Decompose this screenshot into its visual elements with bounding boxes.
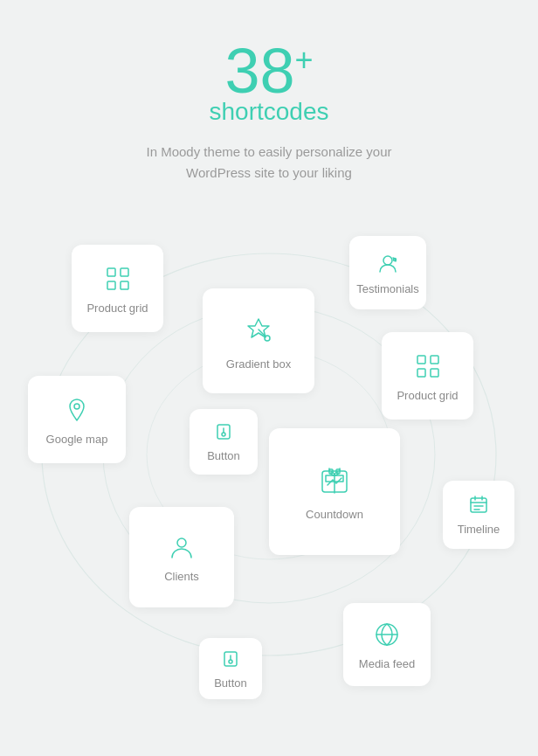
clients-label: Clients	[164, 570, 199, 583]
card-product-grid-2[interactable]: Product grid	[382, 332, 473, 420]
svg-rect-5	[107, 281, 115, 289]
gradient-box-label: Gradient box	[226, 357, 291, 371]
svg-rect-14	[431, 369, 438, 377]
hero-number: 38+	[0, 39, 538, 102]
gradient-box-icon	[239, 312, 278, 350]
svg-rect-6	[121, 281, 128, 289]
button-label-1: Button	[207, 449, 240, 462]
product-grid-icon-2	[412, 350, 444, 382]
card-media-feed[interactable]: Media feed	[343, 603, 431, 686]
product-grid-icon-1	[102, 263, 134, 295]
svg-rect-11	[417, 356, 425, 364]
countdown-label: Countdown	[306, 508, 363, 521]
product-grid-label-2: Product grid	[397, 389, 458, 402]
button-icon-1	[213, 421, 234, 442]
svg-point-9	[265, 336, 270, 341]
card-clients[interactable]: Clients	[129, 507, 234, 607]
hero-subtitle: shortcodes	[0, 98, 538, 126]
svg-rect-13	[417, 369, 425, 377]
button-label-2: Button	[214, 676, 247, 690]
card-product-grid-1[interactable]: Product grid	[72, 245, 163, 332]
svg-rect-3	[107, 268, 115, 276]
card-button-1[interactable]: Button	[190, 409, 258, 475]
media-feed-label: Media feed	[359, 657, 415, 670]
card-button-2[interactable]: Button	[199, 638, 262, 699]
button-icon-2	[220, 648, 241, 669]
svg-point-7	[383, 256, 392, 265]
timeline-icon	[468, 495, 489, 516]
hero-description: In Moody theme to easily personalize you…	[0, 142, 538, 184]
google-map-label: Google map	[46, 433, 108, 446]
hero-section: 38+ shortcodes In Moody theme to easily …	[0, 0, 538, 201]
product-grid-label-1: Product grid	[86, 302, 148, 315]
testimonials-icon	[376, 251, 400, 275]
svg-point-10	[74, 404, 79, 409]
countdown-icon	[315, 462, 354, 501]
media-feed-icon	[371, 619, 403, 650]
testimonials-label: Testimonials	[356, 282, 419, 295]
clients-icon	[166, 531, 197, 563]
card-timeline[interactable]: Timeline	[443, 481, 514, 549]
svg-rect-12	[431, 356, 438, 364]
svg-rect-4	[121, 268, 128, 276]
card-countdown[interactable]: Countdown	[269, 428, 400, 555]
timeline-label: Timeline	[458, 523, 500, 536]
card-gradient-box[interactable]: Gradient box	[203, 288, 314, 393]
card-testimonials[interactable]: Testimonials	[349, 236, 426, 309]
cards-area: Product grid Testimonials Gradient box	[0, 218, 538, 756]
google-map-icon	[61, 394, 93, 426]
card-google-map[interactable]: Google map	[28, 376, 126, 463]
svg-point-27	[177, 538, 186, 547]
